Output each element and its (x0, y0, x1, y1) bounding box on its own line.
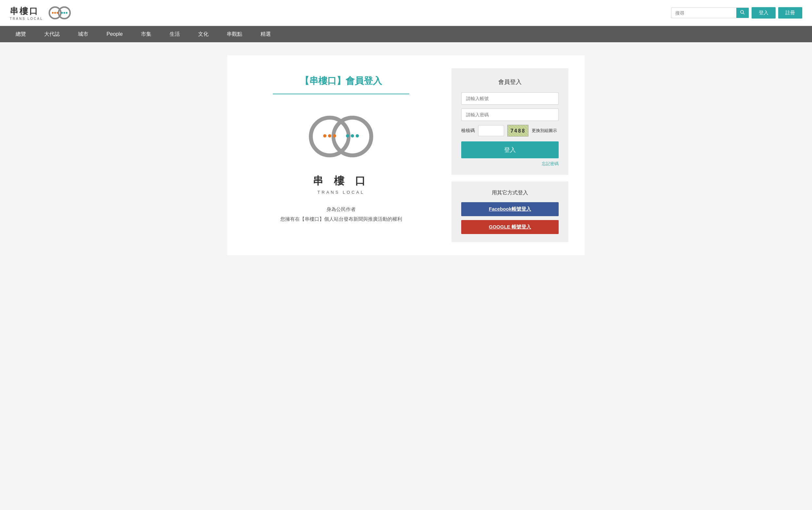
captcha-row: 檢核碼 7488 更換別組圖示 (461, 125, 559, 137)
svg-point-5 (61, 12, 63, 13)
header-register-button[interactable]: 註冊 (778, 7, 802, 19)
svg-point-4 (57, 12, 58, 13)
nav-item-overview[interactable]: 總覽 (6, 26, 35, 42)
logo-area: 串樓口 TRANS LOCAL (10, 4, 72, 22)
captcha-input[interactable] (478, 125, 504, 136)
svg-point-13 (323, 134, 326, 138)
svg-point-17 (351, 134, 354, 138)
nav-item-market[interactable]: 市集 (132, 26, 160, 42)
captcha-refresh-button[interactable]: 更換別組圖示 (532, 128, 557, 134)
header-login-button[interactable]: 登入 (752, 7, 776, 19)
captcha-label: 檢核碼 (461, 128, 475, 134)
desc-line2: 您擁有在【串樓口】個人站台發布新聞與推廣活動的權利 (280, 214, 402, 224)
svg-line-9 (743, 13, 745, 14)
nav-item-selection[interactable]: 精選 (251, 26, 280, 42)
svg-point-12 (335, 127, 347, 146)
social-login-title: 用其它方式登入 (461, 190, 559, 196)
brand-name-big: 串 樓 口 (313, 174, 369, 188)
nav-item-city[interactable]: 城市 (69, 26, 97, 42)
header: 串樓口 TRANS LOCAL (0, 0, 812, 26)
username-input[interactable] (461, 92, 559, 105)
nav-item-dazhi[interactable]: 大代誌 (35, 26, 69, 42)
login-box-title: 會員登入 (461, 78, 559, 86)
captcha-code: 7488 (510, 128, 525, 134)
header-right: 登入 註冊 (671, 7, 802, 19)
nav-item-people[interactable]: People (97, 26, 132, 42)
login-box: 會員登入 檢核碼 7488 更換別組圖示 登入 忘記密碼 (451, 68, 568, 175)
big-logo-svg (305, 107, 377, 172)
right-panel: 會員登入 檢核碼 7488 更換別組圖示 登入 忘記密碼 用其它方式登入 Fac… (451, 68, 568, 242)
logo-text-block: 串樓口 TRANS LOCAL (10, 5, 43, 21)
svg-point-18 (356, 134, 359, 138)
svg-point-14 (328, 134, 331, 138)
password-input[interactable] (461, 109, 559, 121)
svg-point-2 (52, 12, 54, 13)
social-login-box: 用其它方式登入 Facebook帳號登入 GOOGLE 帳號登入 (451, 181, 568, 242)
svg-point-16 (346, 134, 349, 138)
nav-item-culture[interactable]: 文化 (189, 26, 218, 42)
login-submit-button[interactable]: 登入 (461, 141, 559, 158)
logo-title: 串樓口 (10, 5, 39, 17)
title-divider (273, 94, 409, 94)
captcha-image: 7488 (507, 125, 529, 137)
forgot-password-link[interactable]: 忘記密碼 (461, 161, 559, 167)
search-icon (740, 10, 745, 15)
svg-point-7 (66, 12, 67, 13)
nav-item-life[interactable]: 生活 (160, 26, 189, 42)
facebook-login-button[interactable]: Facebook帳號登入 (461, 202, 559, 216)
svg-point-6 (64, 12, 65, 13)
search-box (671, 7, 749, 18)
search-button[interactable] (736, 8, 749, 18)
logo-subtitle: TRANS LOCAL (10, 17, 43, 21)
search-input[interactable] (671, 8, 736, 18)
logo-icon (46, 4, 72, 22)
desc-text: 身為公民作者 您擁有在【串樓口】個人站台發布新聞與推廣活動的權利 (280, 204, 402, 224)
brand-sub-big: TRANS LOCAL (317, 190, 364, 195)
page-title: 【串樓口】會員登入 (300, 75, 382, 87)
left-panel: 【串樓口】會員登入 串 樓 口 TRANS LOCAL (244, 68, 439, 242)
nav-item-viewpoint[interactable]: 串觀點 (218, 26, 251, 42)
svg-point-3 (54, 12, 56, 13)
google-login-button[interactable]: GOOGLE 帳號登入 (461, 220, 559, 234)
svg-point-8 (741, 10, 744, 13)
main-content: 【串樓口】會員登入 串 樓 口 TRANS LOCAL (228, 55, 584, 255)
nav: 總覽 大代誌 城市 People 市集 生活 文化 串觀點 精選 (0, 26, 812, 42)
desc-line1: 身為公民作者 (280, 204, 402, 214)
svg-point-15 (333, 134, 336, 138)
